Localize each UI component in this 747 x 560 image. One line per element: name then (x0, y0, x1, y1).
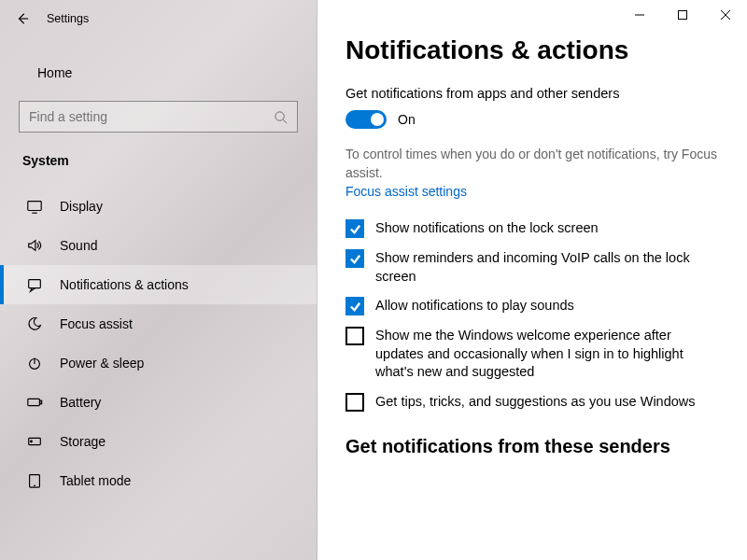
search-input[interactable] (29, 109, 274, 124)
tablet-icon (26, 472, 43, 489)
svg-rect-4 (28, 399, 40, 405)
window-title: Settings (47, 12, 89, 25)
titlebar: Settings (0, 0, 317, 37)
notifications-icon (26, 276, 43, 293)
sidebar-item-label: Sound (60, 238, 97, 253)
sidebar-item-label: Storage (60, 434, 106, 449)
sidebar-item-label: Power & sleep (60, 356, 144, 371)
category-heading: System (19, 151, 298, 170)
svg-rect-1 (28, 202, 41, 211)
close-button[interactable] (704, 0, 747, 30)
checkbox-row: Show notifications on the lock screen (345, 219, 719, 238)
window-controls (317, 0, 747, 30)
checkbox-label: Allow notifications to play sounds (375, 297, 574, 315)
sidebar-item-label: Display (60, 199, 103, 214)
battery-icon (26, 394, 43, 411)
section-senders-title: Get notifications from these senders (345, 436, 719, 457)
display-icon (26, 198, 43, 215)
sidebar-item-notifications[interactable]: Notifications & actions (0, 265, 317, 304)
sidebar-item-label: Tablet mode (60, 473, 131, 488)
storage-icon (26, 433, 43, 450)
back-arrow-icon (16, 12, 29, 25)
checkbox-label: Show notifications on the lock screen (375, 219, 599, 238)
back-button[interactable] (7, 4, 37, 34)
sidebar-item-label: Battery (60, 395, 101, 410)
content-body: Notifications & actions Get notification… (317, 30, 747, 560)
svg-rect-2 (29, 280, 41, 288)
sidebar-item-focus-assist[interactable]: Focus assist (0, 304, 317, 343)
checkbox-label: Show reminders and incoming VoIP calls o… (375, 249, 719, 286)
search-icon (274, 110, 288, 124)
sidebar-body: Home System Display Sound Notificatio (0, 37, 317, 560)
toggle-state-text: On (398, 112, 416, 127)
checkbox-tips-tricks[interactable] (345, 393, 364, 412)
sidebar-item-display[interactable]: Display (0, 187, 317, 226)
content-pane: Notifications & actions Get notification… (317, 0, 747, 560)
sidebar-item-storage[interactable]: Storage (0, 422, 317, 461)
minimize-button[interactable] (618, 0, 661, 30)
focus-assist-link[interactable]: Focus assist settings (345, 184, 467, 199)
checkbox-row: Show reminders and incoming VoIP calls o… (345, 249, 719, 286)
maximize-button[interactable] (661, 0, 704, 30)
notifications-toggle[interactable] (345, 110, 387, 129)
checkbox-label: Show me the Windows welcome experience a… (375, 327, 719, 382)
power-icon (26, 355, 43, 371)
nav-list: Display Sound Notifications & actions Fo… (19, 187, 298, 500)
checkbox-row: Get tips, tricks, and suggestions as you… (345, 393, 719, 412)
checkbox-reminders-voip[interactable] (345, 249, 364, 268)
page-title: Notifications & actions (345, 35, 719, 65)
search-input-container[interactable] (19, 101, 298, 133)
svg-rect-9 (679, 11, 687, 20)
moon-icon (26, 315, 43, 332)
sidebar-item-label: Focus assist (60, 316, 133, 331)
sidebar-item-label: Notifications & actions (60, 277, 189, 292)
svg-point-0 (275, 111, 284, 119)
checkbox-row: Show me the Windows welcome experience a… (345, 327, 719, 382)
sidebar-item-battery[interactable]: Battery (0, 383, 317, 422)
toggle-label: Get notifications from apps and other se… (345, 86, 719, 101)
sidebar-item-power-sleep[interactable]: Power & sleep (0, 343, 317, 383)
sidebar: Settings Home System Display (0, 0, 317, 560)
sidebar-item-tablet-mode[interactable]: Tablet mode (0, 461, 317, 500)
helper-text: To control times when you do or don't ge… (345, 146, 719, 182)
home-button[interactable]: Home (19, 58, 298, 88)
checkbox-row: Allow notifications to play sounds (345, 297, 719, 315)
checkbox-lock-screen-notifications[interactable] (345, 219, 364, 238)
home-label: Home (37, 65, 72, 80)
sidebar-item-sound[interactable]: Sound (0, 226, 317, 265)
checkbox-welcome-experience[interactable] (345, 327, 364, 345)
svg-point-7 (31, 441, 33, 442)
checkbox-play-sounds[interactable] (345, 297, 364, 315)
checkbox-label: Get tips, tricks, and suggestions as you… (375, 393, 696, 412)
sound-icon (26, 237, 43, 254)
svg-rect-5 (40, 400, 42, 404)
